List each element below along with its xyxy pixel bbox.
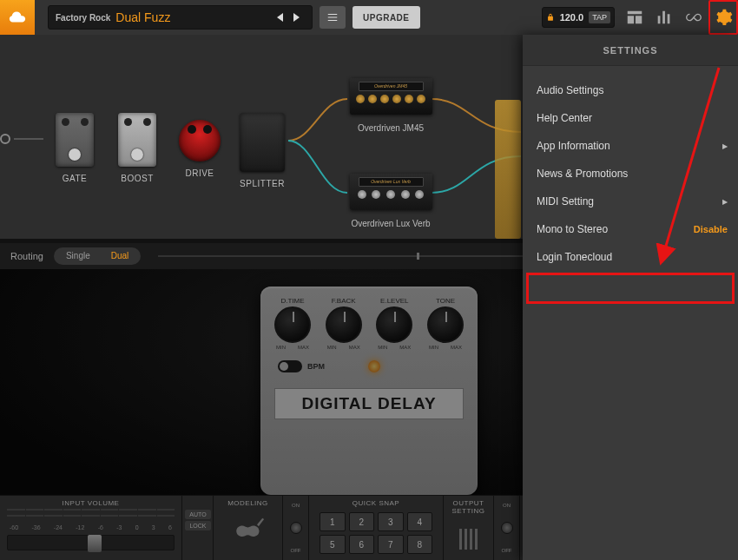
- amp-plate: Overdriven Lux Verb: [359, 177, 424, 187]
- settings-news[interactable]: News & Promotions: [523, 160, 738, 188]
- input-volume-slider[interactable]: [7, 535, 175, 550]
- fback-knob[interactable]: [326, 306, 362, 343]
- modeling-onoff: ON OFF: [283, 496, 309, 560]
- disable-pill: Disable: [694, 224, 728, 234]
- amp-label: Overdriven JM45: [347, 123, 434, 133]
- modeling-power-switch[interactable]: [290, 522, 302, 534]
- knob-label: F.BACK: [332, 297, 356, 305]
- input-jack-icon: [0, 134, 10, 144]
- guitar-icon[interactable]: [231, 512, 266, 544]
- bpm-sync-toggle[interactable]: [278, 360, 302, 372]
- loop-icon[interactable]: [679, 0, 708, 35]
- amp-top[interactable]: Overdriven JM45 Overdriven JM45: [347, 78, 434, 133]
- snap-5[interactable]: 5: [320, 535, 346, 554]
- mixer-icon[interactable]: [649, 0, 679, 35]
- settings-mono-stereo[interactable]: Mono to StereoDisable: [523, 215, 738, 243]
- bpm-label: BPM: [307, 362, 325, 371]
- snap-3[interactable]: 3: [378, 512, 404, 531]
- snap-1[interactable]: 1: [320, 512, 346, 531]
- top-bar: Factory Rock Dual Fuzz UPGRADE 120.0 TAP: [0, 0, 738, 35]
- quick-snap-panel: QUICK SNAP 1 2 3 4 5 6 7 8: [309, 496, 444, 560]
- app-logo[interactable]: [0, 0, 35, 35]
- routing-single[interactable]: Single: [56, 249, 101, 263]
- preset-name: Dual Fuzz: [115, 10, 272, 24]
- chevron-right-icon: ▶: [722, 142, 728, 150]
- output-routing-icon: [459, 529, 478, 550]
- panel-title: QUICK SNAP: [316, 499, 436, 507]
- output-setting-panel[interactable]: OUTPUT SETTING: [444, 496, 494, 560]
- lock-button[interactable]: LOCK: [185, 521, 211, 530]
- snap-2[interactable]: 2: [349, 512, 375, 531]
- settings-gear-icon[interactable]: [708, 0, 738, 35]
- panel-title: MODELING: [227, 499, 268, 507]
- tone-knob[interactable]: [427, 306, 464, 343]
- output-onoff: ON OFF: [494, 496, 520, 560]
- bpm-display[interactable]: 120.0 TAP: [542, 7, 615, 28]
- snap-6[interactable]: 6: [349, 535, 375, 554]
- prev-preset-icon[interactable]: [277, 13, 283, 22]
- preset-panel-icon[interactable]: [620, 0, 649, 35]
- volume-scale: -60-36-24-12-6-3036: [7, 524, 175, 531]
- pedal-label: GATE: [49, 174, 101, 183]
- settings-login-tonecloud[interactable]: Login Tonecloud: [523, 243, 738, 271]
- auto-gain-button[interactable]: AUTO: [185, 510, 211, 519]
- settings-midi[interactable]: MIDI Setting▶: [523, 188, 738, 215]
- output-power-switch[interactable]: [501, 522, 513, 534]
- amp-label: Overdriven Lux Verb: [347, 219, 434, 228]
- cabinet-block[interactable]: [495, 100, 521, 239]
- highlight-login: [526, 273, 735, 304]
- bpm-value: 120.0: [560, 12, 584, 23]
- snap-7[interactable]: 7: [378, 535, 404, 554]
- next-preset-icon[interactable]: [293, 13, 300, 22]
- amp-plate: Overdriven JM45: [359, 82, 424, 91]
- knob-label: D.TIME: [280, 297, 304, 305]
- pedal-boost[interactable]: BOOST: [111, 113, 163, 183]
- modeling-panel: MODELING: [214, 496, 283, 560]
- auto-lock-panel: AUTO LOCK: [182, 496, 214, 560]
- pedal-label: SPLITTER: [236, 179, 288, 188]
- pedal-gate[interactable]: GATE: [49, 113, 101, 183]
- knob-label: TONE: [436, 297, 455, 305]
- settings-help[interactable]: Help Center: [523, 104, 738, 132]
- upgrade-button[interactable]: UPGRADE: [353, 6, 420, 29]
- digital-delay-pedal[interactable]: D.TIMEMINMAX F.BACKMINMAX E.LEVELMINMAX …: [260, 287, 478, 495]
- preset-selector[interactable]: Factory Rock Dual Fuzz: [48, 5, 313, 30]
- amp-bottom[interactable]: Overdriven Lux Verb Overdriven Lux Verb: [347, 174, 434, 228]
- tap-button[interactable]: TAP: [589, 11, 610, 23]
- snap-4[interactable]: 4: [407, 512, 433, 531]
- elevel-knob[interactable]: [376, 306, 412, 343]
- preset-category: Factory Rock: [56, 13, 110, 23]
- status-led-icon: [368, 360, 380, 372]
- settings-dropdown: SETTINGS Audio Settings Help Center App …: [523, 35, 738, 560]
- routing-label: Routing: [10, 251, 43, 261]
- pedal-drive[interactable]: DRIVE: [174, 113, 226, 178]
- panel-title: INPUT VOLUME: [7, 499, 175, 507]
- settings-audio[interactable]: Audio Settings: [523, 76, 738, 104]
- panel-title: OUTPUT SETTING: [451, 499, 486, 515]
- cable-line: [14, 138, 43, 140]
- settings-title: SETTINGS: [523, 35, 738, 66]
- knob-label: E.LEVEL: [380, 297, 408, 305]
- chevron-right-icon: ▶: [722, 198, 728, 206]
- pedal-label: DRIVE: [174, 168, 226, 178]
- preset-list-button[interactable]: [320, 6, 346, 29]
- lock-icon: [546, 12, 555, 23]
- dtime-knob[interactable]: [274, 306, 311, 343]
- routing-toggle[interactable]: Single Dual: [54, 247, 141, 265]
- settings-app-info[interactable]: App Information▶: [523, 132, 738, 160]
- snap-8[interactable]: 8: [407, 535, 433, 554]
- pedal-label: BOOST: [111, 174, 163, 183]
- routing-dual[interactable]: Dual: [101, 249, 140, 263]
- pedal-splitter[interactable]: SPLITTER: [236, 113, 288, 188]
- pedal-name-plate: DIGITAL DELAY: [274, 388, 464, 419]
- input-volume-panel: INPUT VOLUME -60-36-24-12-6-3036: [0, 496, 182, 560]
